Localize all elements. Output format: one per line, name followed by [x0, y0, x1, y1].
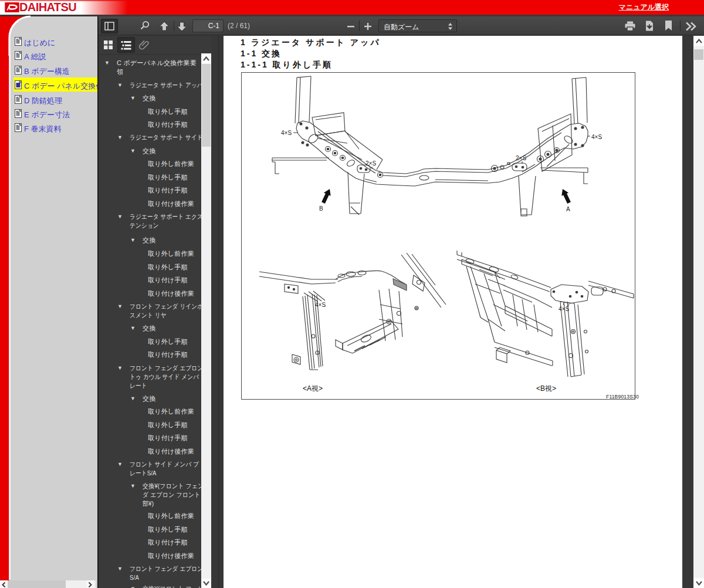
svg-text:4×S: 4×S — [281, 130, 292, 136]
svg-text:4×S: 4×S — [315, 302, 326, 308]
svg-text:<A視>: <A視> — [303, 384, 323, 393]
svg-text:2×S: 2×S — [516, 155, 526, 161]
svg-text:<B視>: <B視> — [536, 384, 556, 393]
svg-text:A: A — [566, 206, 570, 212]
svg-text:2×S: 2×S — [365, 160, 376, 167]
svg-text:4×S: 4×S — [559, 306, 569, 312]
svg-text:B: B — [319, 205, 323, 212]
svg-text:4×S: 4×S — [591, 134, 602, 140]
